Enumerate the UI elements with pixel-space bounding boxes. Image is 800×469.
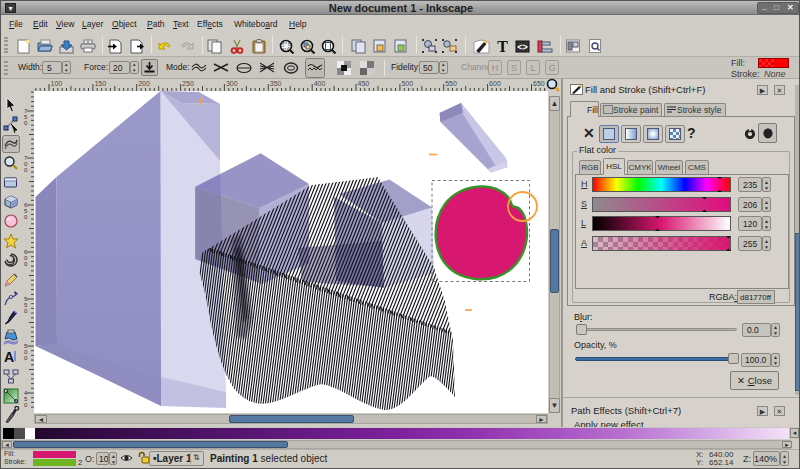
svg-text:400: 400 xyxy=(314,80,326,87)
svg-text:250: 250 xyxy=(182,80,194,87)
svg-text:600: 600 xyxy=(489,80,501,87)
svg-text:0: 0 xyxy=(24,402,28,408)
svg-text:A: A xyxy=(4,349,14,365)
svg-text:0: 0 xyxy=(24,308,28,314)
svg-text:450: 450 xyxy=(358,80,370,87)
svg-text:200: 200 xyxy=(138,80,150,87)
svg-text:0: 0 xyxy=(24,261,28,267)
svg-text:500: 500 xyxy=(401,80,413,87)
svg-text:300: 300 xyxy=(226,80,238,87)
svg-text:0: 0 xyxy=(24,355,28,361)
svg-text:150: 150 xyxy=(94,80,106,87)
svg-text:550: 550 xyxy=(445,80,457,87)
svg-text:0: 0 xyxy=(24,167,28,173)
svg-text:0: 0 xyxy=(24,214,28,220)
svg-text:0: 0 xyxy=(24,120,28,126)
svg-text:100: 100 xyxy=(51,80,63,87)
svg-text:350: 350 xyxy=(270,80,282,87)
